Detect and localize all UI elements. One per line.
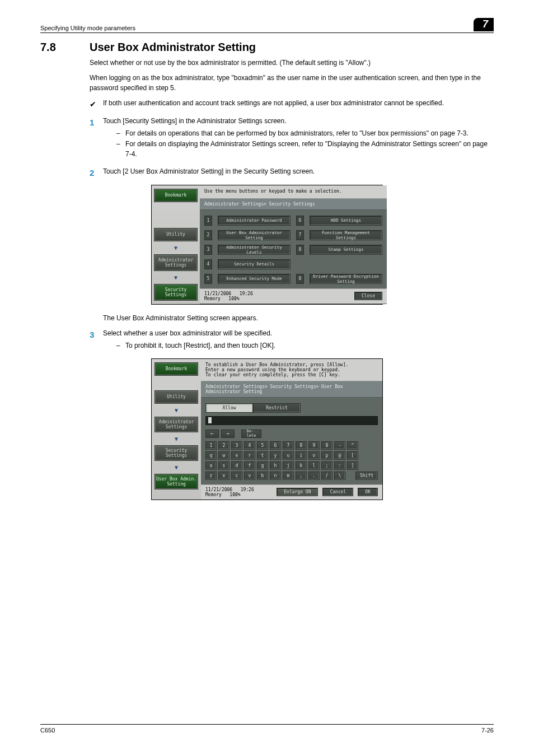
key-7[interactable]: 7 <box>283 441 294 450</box>
arrow-down-icon: ▼ <box>175 436 178 442</box>
key-a[interactable]: a <box>205 461 217 470</box>
restrict-toggle[interactable]: Restrict <box>253 403 301 413</box>
menu-enhanced-sec[interactable]: Enhanced Security Mode <box>218 274 291 284</box>
section-title: User Box Administrator Setting <box>90 41 256 54</box>
security-settings-button[interactable]: Security Settings <box>154 445 198 461</box>
key-@[interactable]: @ <box>334 451 345 460</box>
key-2[interactable]: 2 <box>218 441 229 450</box>
admin-settings-button[interactable]: Administrator Settings <box>154 254 198 271</box>
key-][interactable]: ] <box>347 461 358 470</box>
step-number: 1 <box>90 116 103 129</box>
panel1-breadcrumb: Administrator Settings> Security Setting… <box>200 199 387 210</box>
key-m[interactable]: m <box>283 472 294 480</box>
shift-key[interactable]: Shift <box>355 472 378 480</box>
enlarge-button[interactable]: Enlarge ON <box>277 488 318 496</box>
key-c[interactable]: c <box>231 472 242 480</box>
delete-key[interactable]: De- lete <box>241 430 261 438</box>
utility-button[interactable]: Utility <box>154 390 198 404</box>
step-3: 3 Select whether a user box administrato… <box>90 329 494 353</box>
panel2-sidebar: Bookmark Utility ▼ Administrator Setting… <box>152 359 201 500</box>
key-:[interactable]: : <box>334 461 345 470</box>
key-4[interactable]: 4 <box>244 441 255 450</box>
key-q[interactable]: q <box>205 451 217 460</box>
menu-admin-sec-levels[interactable]: Administrator Security Levels <box>218 245 291 255</box>
userbox-admin-button[interactable]: User Box Admin. Setting <box>154 474 198 489</box>
key-p[interactable]: p <box>321 451 332 460</box>
key-n[interactable]: n <box>270 472 281 480</box>
key-0[interactable]: 0 <box>321 441 332 450</box>
menu-num-8: 8 <box>296 245 304 255</box>
ok-button[interactable]: OK <box>358 488 378 496</box>
key-w[interactable]: w <box>218 451 229 460</box>
bookmark-button[interactable]: Bookmark <box>154 362 198 376</box>
key-5[interactable]: 5 <box>257 441 268 450</box>
arrow-down-icon: ▼ <box>174 245 177 251</box>
menu-admin-password[interactable]: Administrator Password <box>218 216 291 226</box>
check-icon: ✔ <box>90 99 103 110</box>
admin-settings-button[interactable]: Administrator Settings <box>154 417 198 432</box>
section-number: 7.8 <box>40 41 74 54</box>
cursor-left-key[interactable]: ← <box>205 430 219 438</box>
panel1-sidebar: Bookmark Utility ▼ Administrator Setting… <box>152 185 200 304</box>
allow-toggle[interactable]: Allow <box>205 403 253 413</box>
key-^[interactable]: ^ <box>347 441 358 450</box>
key-9[interactable]: 9 <box>308 441 320 450</box>
key-r[interactable]: r <box>244 451 255 460</box>
key-d[interactable]: d <box>231 461 242 470</box>
key-8[interactable]: 8 <box>296 441 307 450</box>
key-;[interactable]: ; <box>321 461 332 470</box>
key-3[interactable]: 3 <box>231 441 242 450</box>
key-s[interactable]: s <box>218 461 229 470</box>
menu-user-box-admin[interactable]: User Box Administrator Setting <box>218 230 291 240</box>
key-,[interactable]: , <box>296 472 307 480</box>
key-y[interactable]: y <box>270 451 281 460</box>
step-3-text: Select whether a user box administrator … <box>103 329 272 337</box>
step-number: 3 <box>90 329 103 341</box>
key-\[interactable]: \ <box>334 472 345 480</box>
utility-button[interactable]: Utility <box>154 228 198 241</box>
step-1-text: Touch [Security Settings] in the Adminis… <box>103 117 287 125</box>
key-1[interactable]: 1 <box>205 441 217 450</box>
menu-stamp-settings[interactable]: Stamp Settings <box>310 245 382 255</box>
bookmark-button[interactable]: Bookmark <box>154 189 198 202</box>
arrow-down-icon: ▼ <box>175 407 178 413</box>
key-h[interactable]: h <box>270 461 281 470</box>
menu-num-3: 3 <box>204 245 212 255</box>
key-/[interactable]: / <box>321 472 332 480</box>
step-3-sub-1: To prohibit it, touch [Restrict], and th… <box>116 341 494 351</box>
key-z[interactable]: z <box>205 472 217 480</box>
key-g[interactable]: g <box>257 461 268 470</box>
menu-function-mgmt[interactable]: Function Management Settings <box>310 230 382 240</box>
section-heading: 7.8 User Box Administrator Setting <box>40 41 494 54</box>
key-.[interactable]: . <box>308 472 320 480</box>
security-settings-button[interactable]: Security Settings <box>154 284 198 301</box>
key-u[interactable]: u <box>283 451 294 460</box>
check-text: If both user authentication and account … <box>103 99 494 108</box>
key-k[interactable]: k <box>296 461 307 470</box>
key-j[interactable]: j <box>283 461 294 470</box>
step-2-text: Touch [2 User Box Administrator Setting]… <box>103 167 315 175</box>
close-button[interactable]: Close <box>354 292 382 300</box>
panel2-breadcrumb: Administrator Settings> Security Setting… <box>201 381 382 398</box>
key-i[interactable]: i <box>296 451 307 460</box>
password-input[interactable] <box>205 416 378 425</box>
menu-num-1: 1 <box>204 216 212 226</box>
key-6[interactable]: 6 <box>270 441 281 450</box>
key-l[interactable]: l <box>308 461 320 470</box>
key-[[interactable]: [ <box>347 451 358 460</box>
key-t[interactable]: t <box>257 451 268 460</box>
menu-hdd-settings[interactable]: HDD Settings <box>310 216 382 226</box>
menu-driver-pwd-enc[interactable]: Driver Password Encryption Setting <box>310 274 382 284</box>
key--[interactable]: - <box>334 441 345 450</box>
key-b[interactable]: b <box>257 472 268 480</box>
key-v[interactable]: v <box>244 472 255 480</box>
menu-num-0: 0 <box>296 274 304 284</box>
key-f[interactable]: f <box>244 461 255 470</box>
menu-security-details[interactable]: Security Details <box>218 259 291 269</box>
key-e[interactable]: e <box>231 451 242 460</box>
cursor-right-key[interactable]: → <box>221 430 235 438</box>
key-x[interactable]: x <box>218 472 229 480</box>
cancel-button[interactable]: Cancel <box>322 488 353 496</box>
key-o[interactable]: o <box>308 451 320 460</box>
chapter-badge: 7 <box>474 18 494 31</box>
